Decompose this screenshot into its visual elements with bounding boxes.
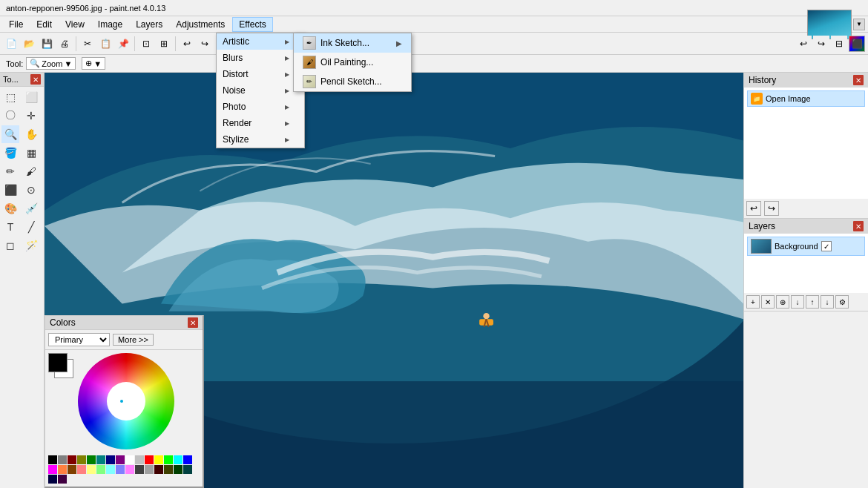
tool-pencil[interactable]: ✏ — [1, 162, 19, 180]
palette-color-swatch[interactable] — [68, 455, 76, 464]
palette-color-swatch[interactable] — [174, 455, 183, 464]
palette-color-swatch[interactable] — [87, 465, 96, 474]
palette-color-swatch[interactable] — [58, 455, 67, 464]
menu-effects[interactable]: Effects — [232, 17, 272, 32]
tool-rect-select[interactable]: ⬚ — [1, 88, 19, 106]
history-redo-btn[interactable]: ↪ — [764, 201, 779, 216]
merge-layer-btn[interactable]: ↓ — [791, 295, 804, 309]
palette-color-swatch[interactable] — [58, 475, 67, 484]
layer-props-btn[interactable]: ⚙ — [835, 295, 849, 309]
palette-color-swatch[interactable] — [68, 465, 76, 474]
palette-color-swatch[interactable] — [48, 455, 57, 464]
tool-line[interactable]: ╱ — [22, 218, 40, 236]
copy-button[interactable]: 📋 — [97, 36, 114, 52]
thumbnail-dropdown[interactable]: ▼ — [853, 19, 865, 30]
color-btn[interactable]: ⬛ — [849, 36, 865, 52]
tool-freehand[interactable]: ⬜ — [22, 88, 40, 106]
palette-color-swatch[interactable] — [116, 455, 125, 464]
palette-color-swatch[interactable] — [145, 465, 154, 474]
layer-visibility[interactable]: ✓ — [821, 241, 832, 251]
tool-magic-wand[interactable]: 🪄 — [22, 237, 40, 254]
undo-button[interactable]: ↩ — [179, 36, 195, 52]
palette-color-swatch[interactable] — [135, 465, 144, 474]
colors-close[interactable]: ✕ — [188, 317, 198, 328]
pencil-sketch-item[interactable]: ✏ Pencil Sketch... — [294, 72, 411, 91]
tool-option-arrow[interactable]: ▼ — [93, 59, 102, 68]
menu-file[interactable]: File — [3, 18, 29, 31]
effects-render[interactable]: Render ▶ — [217, 115, 304, 131]
palette-color-swatch[interactable] — [164, 465, 173, 474]
tool-option[interactable]: ⊕ ▼ — [82, 57, 105, 70]
tool-zoom[interactable]: 🔍 — [1, 125, 19, 143]
crop-button[interactable]: ⊡ — [138, 36, 154, 52]
menu-edit[interactable]: Edit — [30, 18, 58, 31]
effects-artistic[interactable]: Artistic ▶ — [217, 33, 304, 50]
palette-color-swatch[interactable] — [125, 455, 134, 464]
palette-color-swatch[interactable] — [116, 465, 125, 474]
tool-selector[interactable]: 🔍 Zoom ▼ — [26, 57, 76, 70]
tool-text[interactable]: T — [1, 218, 19, 236]
color-wheel-container[interactable] — [78, 353, 174, 449]
palette-color-swatch[interactable] — [164, 455, 173, 464]
cut-button[interactable]: ✂ — [79, 36, 96, 52]
history-undo-btn[interactable]: ↩ — [746, 201, 761, 216]
tool-dropdown-arrow[interactable]: ▼ — [64, 59, 72, 68]
palette-color-swatch[interactable] — [125, 465, 134, 474]
palette-color-swatch[interactable] — [183, 455, 192, 464]
delete-layer-btn[interactable]: ✕ — [761, 295, 775, 309]
ink-sketch-item[interactable]: ✒ Ink Sketch... ▶ — [294, 33, 411, 53]
history-item[interactable]: 📁 Open Image — [747, 90, 865, 107]
effects-photo[interactable]: Photo ▶ — [217, 99, 304, 115]
view-btn[interactable]: ⊟ — [831, 36, 847, 52]
palette-color-swatch[interactable] — [48, 465, 57, 474]
layer-item[interactable]: Background ✓ — [747, 237, 865, 256]
tool-gradient[interactable]: ▦ — [22, 144, 40, 162]
palette-color-swatch[interactable] — [154, 455, 163, 464]
save-button[interactable]: 💾 — [39, 36, 55, 52]
new-button[interactable]: 📄 — [3, 36, 19, 52]
layer-up-btn[interactable]: ↑ — [806, 295, 819, 309]
colors-mode-select[interactable]: Primary Secondary — [48, 333, 110, 346]
palette-color-swatch[interactable] — [77, 455, 86, 464]
tool-paintbucket[interactable]: 🪣 — [1, 144, 19, 162]
undo-btn-2[interactable]: ↩ — [795, 36, 812, 52]
palette-color-swatch[interactable] — [87, 455, 96, 464]
oil-painting-item[interactable]: 🖌 Oil Painting... — [294, 53, 411, 72]
menu-adjustments[interactable]: Adjustments — [170, 18, 231, 31]
tool-move[interactable]: ✛ — [22, 107, 40, 125]
history-close[interactable]: ✕ — [853, 75, 864, 85]
tool-brush[interactable]: 🖌 — [22, 162, 40, 180]
tool-eyedropper[interactable]: 💉 — [22, 200, 40, 217]
primary-color-swatch[interactable] — [48, 353, 68, 372]
effects-distort[interactable]: Distort ▶ — [217, 66, 304, 82]
palette-color-swatch[interactable] — [174, 465, 183, 474]
tool-eraser[interactable]: ⬛ — [1, 181, 19, 199]
palette-color-swatch[interactable] — [183, 465, 192, 474]
tool-stamp[interactable]: ⊙ — [22, 181, 40, 199]
layers-close[interactable]: ✕ — [853, 221, 864, 231]
print-button[interactable]: 🖨 — [56, 36, 73, 52]
palette-color-swatch[interactable] — [77, 465, 86, 474]
add-layer-btn[interactable]: + — [746, 295, 760, 309]
palette-color-swatch[interactable] — [106, 465, 115, 474]
tool-panel-close[interactable]: ✕ — [30, 74, 41, 85]
palette-color-swatch[interactable] — [145, 455, 154, 464]
redo-btn-2[interactable]: ↪ — [813, 36, 829, 52]
menu-image[interactable]: Image — [92, 18, 128, 31]
effects-blurs[interactable]: Blurs ▶ — [217, 50, 304, 66]
layer-down-btn[interactable]: ↓ — [821, 295, 834, 309]
palette-color-swatch[interactable] — [96, 465, 105, 474]
palette-color-swatch[interactable] — [96, 455, 105, 464]
palette-color-swatch[interactable] — [48, 475, 57, 484]
resize-button[interactable]: ⊞ — [156, 36, 172, 52]
color-wheel[interactable] — [78, 353, 174, 449]
open-button[interactable]: 📂 — [21, 36, 37, 52]
colors-more-button[interactable]: More >> — [113, 334, 154, 346]
palette-color-swatch[interactable] — [135, 455, 144, 464]
menu-view[interactable]: View — [59, 18, 91, 31]
paste-button[interactable]: 📌 — [115, 36, 131, 52]
redo-button[interactable]: ↪ — [197, 36, 213, 52]
tool-pan[interactable]: ✋ — [22, 125, 40, 143]
effects-stylize[interactable]: Stylize ▶ — [217, 131, 304, 148]
effects-noise[interactable]: Noise ▶ — [217, 82, 304, 99]
